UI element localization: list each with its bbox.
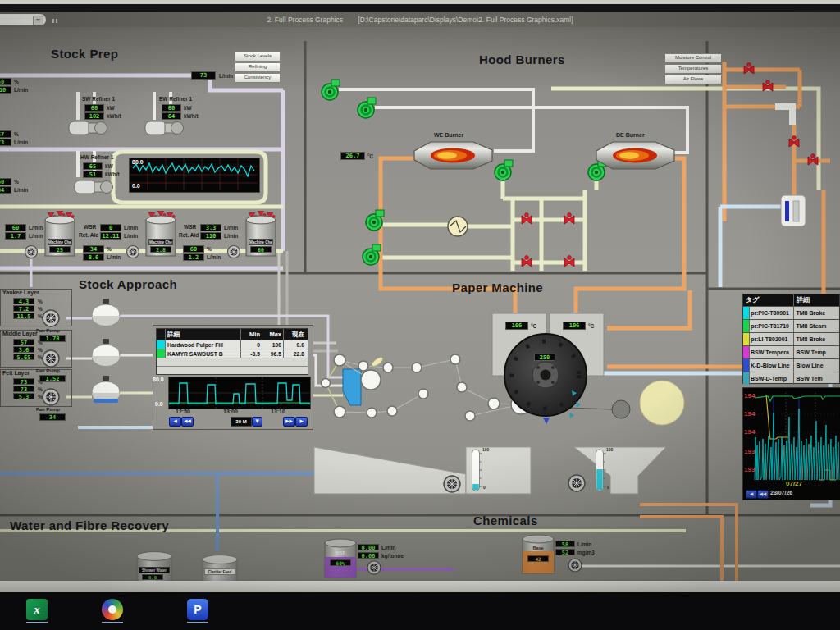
stock-prep-trend[interactable]: 80.0 0.0 [129,158,260,193]
button-air-flows[interactable]: Air Flows [664,75,722,84]
left-meter: 50 [0,78,11,85]
legend-row[interactable]: BSW Tempera BSW Temp [743,345,839,358]
dilution-unit: L/min [207,254,221,260]
refiner-power: 60 [84,104,104,112]
base-flow-unit: L/min [578,541,591,547]
trend-range-dropdown[interactable]: ▼ [252,417,262,427]
section-title-paper-machine: Paper Machine [452,281,543,294]
rc-ylabel: 194 [744,428,755,436]
trend-table[interactable]: 詳細 Min Max 現在 Hardwood Pulper Fill 0 100… [156,328,308,375]
wsr-unit: L/min [124,225,138,231]
retaid-readout: 110 [200,232,221,240]
sa-trend-chart[interactable] [168,377,311,409]
legend-tag: K-D-Blow Line [749,359,794,372]
title-bar: 2. Full Process Graphics [D:\Capstone\da… [0,12,840,27]
legend-row[interactable]: K-D-Blow Line Blow Line [743,358,839,372]
base-tank-label: Base [523,546,553,550]
fan-pump-readout: 1.78 [39,335,66,342]
button-stock-levels[interactable]: Stock Levels [235,52,281,62]
trend-row[interactable]: KAMYR SAWDUST B -3.5 96.5 22.8 [157,349,308,358]
rc-back-button[interactable]: ◀ [746,490,757,499]
trend-row[interactable]: Hardwood Pulper Fill 0 100 0.0 [157,340,308,349]
hood-temp-unit: °C [531,323,536,329]
series-swatch [743,359,749,372]
legend-detail: TM8 Broke [793,307,839,319]
button-consistency[interactable]: Consistency [235,73,281,83]
rc-ylabel: 193 [744,466,755,473]
legend-tag: BSW Tempera [749,346,794,358]
button-refining[interactable]: Refining [235,62,281,72]
layer-readout: 73 [13,386,34,392]
air-temp-unit: °C [368,153,373,159]
refiner-energy: 51 [83,171,103,178]
left-meter: 60 [0,178,11,185]
left-meter-unit: L/min [14,187,28,193]
window-title: 2. Full Process Graphics [267,16,343,24]
series-current: 22.8 [283,349,306,358]
wsr-readout: 3.3 [200,224,221,231]
series-swatch [743,346,749,358]
flow-readout: 73 [191,71,216,80]
legend-row[interactable]: pr:PIC-T81710 TM8 Steam [743,319,839,332]
legend-tag: pr:PIC-T80901 [749,307,794,319]
layer-readout: 5.3 [13,393,34,399]
taskbar-excel-icon[interactable]: x [26,599,48,620]
series-name: Hardwood Pulper Fill [165,340,240,349]
tag-legend-table[interactable]: タグ 詳細 pr:PIC-T80901 TM8 Broke pr:PIC-T81… [742,294,840,384]
col-min: Min [240,329,262,340]
trend-fwd-button[interactable]: ▶ [295,417,308,427]
legend-tag: pr:PIC-T81710 [749,320,794,332]
series-swatch [743,307,749,319]
trend-fwd-page-button[interactable]: ▶▶ [283,417,295,427]
trend-row-empty [157,358,308,366]
sa-trend-ymax: 80.0 [153,377,164,382]
flow-unit: L/min [219,73,233,79]
layer-readout: 57 [13,339,34,345]
gauge-min: 0 [483,485,486,490]
trend-range-select[interactable]: 30 M [231,417,252,427]
refiner-power: 60 [162,104,181,112]
minimize-button[interactable]: − [33,16,43,25]
chest-flow: 60 [5,224,26,231]
col-detail: 詳細 [165,329,240,340]
layer-unit: % [38,347,43,353]
consistency-unit: % [107,246,112,252]
taskbar[interactable]: x P [0,592,840,630]
legend-row[interactable]: pr:PIC-T80901 TM8 Broke [743,306,839,319]
section-title-stock-approach: Stock Approach [79,277,177,291]
gauge-min: 0 [607,485,609,490]
button-temperatures[interactable]: Temperatures [664,64,722,74]
layer-name: Yankee Layer [2,290,39,295]
refiner-power: 65 [83,162,103,170]
layer-name: Middle Layer [2,331,38,336]
col-tag: タグ [743,294,793,306]
button-moisture-control[interactable]: Moisture Control [664,53,722,63]
rc-nav-date: 23/07/26 [770,490,792,495]
chest-level: 2.8 [150,246,171,253]
taskbar-p-icon[interactable]: P [187,599,208,620]
right-trend-chart[interactable]: 194 194 194 193 193 07/27 ◀ ◀◀ 23/07/26 [742,387,840,500]
legend-row[interactable]: pr:LI-T802001 TM8 Broke [743,332,839,345]
layer-readout: 73 [13,378,34,385]
hood-temp-readout: 106 [563,322,586,330]
rc-back-page-button[interactable]: ◀◀ [757,490,769,499]
trend-ymin: 0.0 [132,183,140,189]
layer-unit: % [38,386,43,392]
dilution-readout: 8.6 [83,253,104,261]
series-name: KAMYR SAWDUST B [165,349,240,358]
shower-water-label: Shower Water [139,567,170,573]
col-swatch [157,329,165,340]
legend-row[interactable]: BSW-D-Temp BSW Tem [743,372,839,385]
col-current: 現在 [283,329,306,340]
series-min: -3.5 [240,349,262,358]
trend-back-page-button[interactable]: ◀◀ [181,417,194,427]
x-tick: 12:50 [176,409,190,414]
layer-unit: % [38,394,43,399]
left-meter-unit: L/min [14,87,28,93]
fan-pump-label: Fan Pump [36,407,60,412]
taskbar-color-wheel-icon[interactable] [102,599,123,620]
fan-pump-label: Fan Pump [36,368,60,373]
retaid-label: Ret. Aid [179,232,199,238]
retaid-unit: L/min [124,233,138,239]
trend-back-button[interactable]: ◀ [169,417,181,427]
